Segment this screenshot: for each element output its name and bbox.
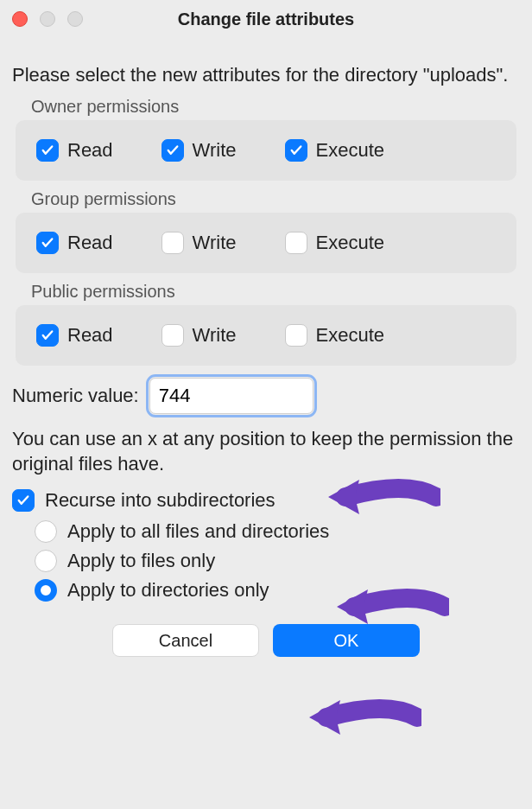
recurse-label: Recurse into subdirectories [45,489,276,512]
numeric-value-label: Numeric value: [12,385,139,407]
public-execute-checkbox[interactable] [285,324,307,347]
ok-button[interactable]: OK [273,624,420,657]
owner-execute-item[interactable]: Execute [285,139,385,162]
group-read-checkbox[interactable] [36,232,59,254]
group-execute-label: Execute [316,232,385,254]
public-write-checkbox[interactable] [162,324,184,347]
intro-text: Please select the new attributes for the… [12,62,520,88]
group-write-checkbox[interactable] [162,232,184,254]
button-row: Cancel OK [10,624,522,657]
cancel-button[interactable]: Cancel [112,624,259,657]
owner-execute-checkbox[interactable] [285,139,307,162]
close-icon[interactable] [12,11,28,27]
public-read-checkbox[interactable] [36,324,59,347]
recurse-option-dirs-label: Apply to directories only [67,579,269,602]
public-read-item[interactable]: Read [36,324,113,347]
owner-write-item[interactable]: Write [162,139,237,162]
owner-write-checkbox[interactable] [162,139,184,162]
owner-read-item[interactable]: Read [36,139,113,162]
check-icon [40,235,55,251]
recurse-option-all-radio[interactable] [35,520,57,543]
svg-marker-2 [309,700,344,735]
public-execute-label: Execute [316,324,385,347]
group-read-label: Read [67,232,113,254]
recurse-option-dirs-radio[interactable] [35,579,57,602]
maximize-icon [67,11,83,27]
group-write-label: Write [193,232,237,254]
help-text: You can use an x at any position to keep… [12,426,520,477]
public-write-label: Write [193,324,237,347]
titlebar: Change file attributes [0,0,532,38]
recurse-option-all[interactable]: Apply to all files and directories [35,520,522,543]
public-permissions-legend: Public permissions [31,282,522,302]
owner-write-label: Write [193,139,237,162]
public-write-item[interactable]: Write [162,324,237,347]
group-read-item[interactable]: Read [36,232,113,254]
group-execute-checkbox[interactable] [285,232,307,254]
public-permissions-panel: Read Write Execute [16,305,516,366]
recurse-checkbox[interactable] [12,489,35,512]
recurse-option-all-label: Apply to all files and directories [67,520,329,543]
owner-read-checkbox[interactable] [36,139,59,162]
check-icon [40,328,55,343]
check-icon [16,493,31,508]
recurse-option-dirs[interactable]: Apply to directories only [35,579,522,602]
check-icon [40,143,55,158]
owner-execute-label: Execute [316,139,385,162]
group-write-item[interactable]: Write [162,232,237,254]
owner-permissions-panel: Read Write Execute [16,120,516,181]
recurse-option-files-radio[interactable] [35,550,57,572]
owner-permissions-legend: Owner permissions [31,97,522,117]
group-permissions-panel: Read Write Execute [16,213,516,273]
minimize-icon [40,11,55,27]
annotation-arrow-icon [309,691,421,743]
recurse-option-files-label: Apply to files only [67,550,215,572]
dialog-content: Please select the new attributes for the… [0,38,532,657]
group-permissions-legend: Group permissions [31,189,522,209]
recurse-row[interactable]: Recurse into subdirectories [12,489,520,512]
traffic-lights [12,11,83,27]
recurse-option-files[interactable]: Apply to files only [35,550,522,572]
recurse-radio-group: Apply to all files and directories Apply… [35,520,522,602]
check-icon [165,143,180,158]
public-execute-item[interactable]: Execute [285,324,385,347]
numeric-value-row: Numeric value: [12,378,520,414]
numeric-value-input[interactable] [149,378,314,414]
owner-read-label: Read [67,139,113,162]
check-icon [288,143,304,158]
public-read-label: Read [67,324,113,347]
group-execute-item[interactable]: Execute [285,232,385,254]
